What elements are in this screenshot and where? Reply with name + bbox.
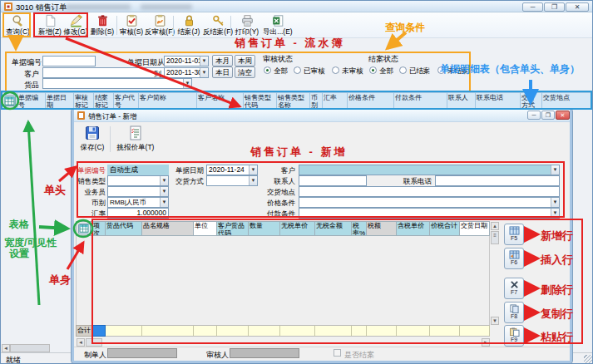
export-button[interactable]: 导出...(E) <box>261 13 294 37</box>
query-doc-no-input[interactable] <box>42 56 96 66</box>
currency-select[interactable]: RMB|人民币▼ <box>107 197 169 208</box>
column-header[interactable]: 数量 <box>249 221 280 236</box>
price-cond-select[interactable]: ▼ <box>299 197 560 208</box>
pick-quote-button[interactable]: 挑报价单(T) <box>114 125 157 153</box>
clear-button[interactable]: 清空 <box>235 66 255 78</box>
insert-row-button[interactable]: F6 <box>504 248 524 269</box>
delivery-place-input[interactable] <box>299 186 560 197</box>
chevron-down-icon[interactable]: ▼ <box>249 165 257 175</box>
column-header[interactable]: 客户简称 <box>139 92 197 109</box>
maximize-button[interactable]: ❐ <box>544 2 565 12</box>
column-header[interactable]: 结案标记 <box>94 92 114 109</box>
minimize-button[interactable]: ─ <box>522 2 543 12</box>
chevron-down-icon[interactable]: ▼ <box>160 198 168 207</box>
this-month-button[interactable]: 本月 <box>212 55 233 66</box>
doc-date-select[interactable]: 2020-11-24▼ <box>206 165 258 175</box>
delete-button[interactable]: 删除(S) <box>90 13 115 37</box>
chevron-down-icon[interactable]: ▼ <box>551 209 559 218</box>
rate-input[interactable]: 1.000000 <box>107 208 169 219</box>
column-header[interactable]: 单据编号 <box>17 92 46 109</box>
chevron-down-icon[interactable]: ▼ <box>200 57 208 66</box>
today-button[interactable]: 本日 <box>212 66 233 78</box>
grid-vscroll-down[interactable]: ▼ <box>491 317 499 325</box>
grid-hscroll-left[interactable]: ◄ <box>77 338 85 347</box>
column-header[interactable]: 税率% <box>352 221 367 236</box>
column-header[interactable]: 销售类型代码 <box>244 92 277 109</box>
phone-input[interactable] <box>435 175 560 186</box>
column-header[interactable]: 价税合计 <box>430 221 460 236</box>
column-header[interactable]: 客户货品代码 <box>217 221 249 236</box>
column-header[interactable]: 无税单价 <box>280 221 315 236</box>
column-header[interactable]: 无税金额 <box>315 221 352 236</box>
column-header[interactable]: 客户名称 <box>197 92 244 109</box>
hscroll-left-arrow[interactable]: ◄ <box>2 344 10 352</box>
dialog-close-button[interactable]: ✕ <box>556 111 570 120</box>
add-row-button[interactable]: F5 <box>504 224 524 245</box>
chevron-down-icon[interactable]: ▼ <box>183 79 191 88</box>
close-button[interactable]: ✕ <box>566 2 589 12</box>
column-header[interactable]: 币别 <box>310 92 323 109</box>
close-case-button[interactable]: 结案(J) <box>176 13 201 37</box>
add-button[interactable]: 新增(Z) <box>37 13 62 37</box>
audit-unaudited-radio[interactable] <box>332 66 339 74</box>
column-header[interactable]: 交货日期 <box>460 221 490 236</box>
customer-select[interactable]: ▼ <box>299 165 560 175</box>
grid-settings-button[interactable] <box>2 95 16 106</box>
dialog-minimize-button[interactable]: ─ <box>527 111 541 120</box>
column-header[interactable]: 联系人 <box>447 92 476 109</box>
detail-grid-settings-button[interactable] <box>78 224 91 234</box>
doc-no-field[interactable]: 自动生成 <box>107 165 169 175</box>
column-header[interactable]: 交货地点 <box>542 92 593 109</box>
closed-checkbox[interactable] <box>334 349 341 357</box>
uncase-button[interactable]: 反结案(F) <box>201 13 235 37</box>
salesman-select[interactable]: ▼ <box>107 186 169 197</box>
this-week-button[interactable]: 本周 <box>235 55 255 66</box>
query-date-from-select[interactable]: 2020-11-01▼ <box>164 56 209 66</box>
column-header[interactable]: 销售类型名称 <box>277 92 310 109</box>
query-date-to-select[interactable]: 2020-11-30▼ <box>164 67 209 78</box>
dialog-maximize-button[interactable]: ❐ <box>541 111 555 120</box>
detail-grid-body[interactable] <box>76 236 490 325</box>
grid-hscroll-thumb[interactable] <box>86 338 102 347</box>
hscroll-thumb[interactable] <box>10 344 50 352</box>
audit-audited-radio[interactable] <box>294 66 301 74</box>
close-all-radio[interactable] <box>369 66 377 74</box>
chevron-down-icon[interactable]: ▼ <box>200 68 208 77</box>
grid-vscroll-thumb[interactable]: ≡ <box>491 231 499 244</box>
query-goods-select[interactable]: ▼ <box>42 78 192 89</box>
column-header[interactable]: 审核标记 <box>74 92 94 109</box>
grid-hscroll-right[interactable]: ► <box>482 338 490 347</box>
unaudit-button[interactable]: 反审核(F) <box>144 13 175 37</box>
close-closed-radio[interactable] <box>399 66 407 74</box>
column-header[interactable]: 项次 <box>92 221 106 236</box>
pay-cond-select[interactable]: ▼ <box>299 208 560 219</box>
chevron-down-icon[interactable]: ▼ <box>551 165 559 175</box>
print-button[interactable]: 打印(Y) <box>234 13 260 37</box>
query-button[interactable]: 查询(C) <box>4 13 32 37</box>
delete-row-button[interactable]: F7 <box>504 278 524 299</box>
column-header[interactable]: 客户代号 <box>114 92 139 109</box>
column-header[interactable]: 付款条件 <box>394 92 447 109</box>
column-header[interactable]: 货品代码 <box>106 221 142 236</box>
chevron-down-icon[interactable]: ▼ <box>160 187 168 196</box>
chevron-down-icon[interactable]: ▼ <box>160 176 168 185</box>
column-header[interactable]: 联系电话 <box>476 92 521 109</box>
total-selected-cell[interactable] <box>92 325 106 337</box>
column-header[interactable]: 单位 <box>194 221 217 236</box>
column-header[interactable]: 品名规格 <box>142 221 194 236</box>
column-header[interactable]: 单据日期 <box>46 92 74 109</box>
column-header[interactable]: 含税单价 <box>397 221 430 236</box>
edit-button[interactable]: 修改(G) <box>63 13 88 37</box>
column-header[interactable]: 价格条件 <box>348 92 394 109</box>
save-button[interactable]: 保存(C) <box>80 125 105 153</box>
grid-vscroll-up[interactable]: ▲ <box>491 222 499 230</box>
column-header[interactable]: 交货方式 <box>521 92 542 109</box>
copy-row-button[interactable]: F8 <box>504 302 524 323</box>
contact-input[interactable] <box>299 175 367 186</box>
audit-button[interactable]: 审核(S) <box>119 13 144 37</box>
audit-all-radio[interactable] <box>264 66 271 74</box>
paste-row-button[interactable]: F9 <box>504 325 524 347</box>
column-header[interactable]: 汇率 <box>323 92 348 109</box>
column-header[interactable]: 税额 <box>367 221 397 236</box>
chevron-down-icon[interactable]: ▼ <box>249 176 257 185</box>
